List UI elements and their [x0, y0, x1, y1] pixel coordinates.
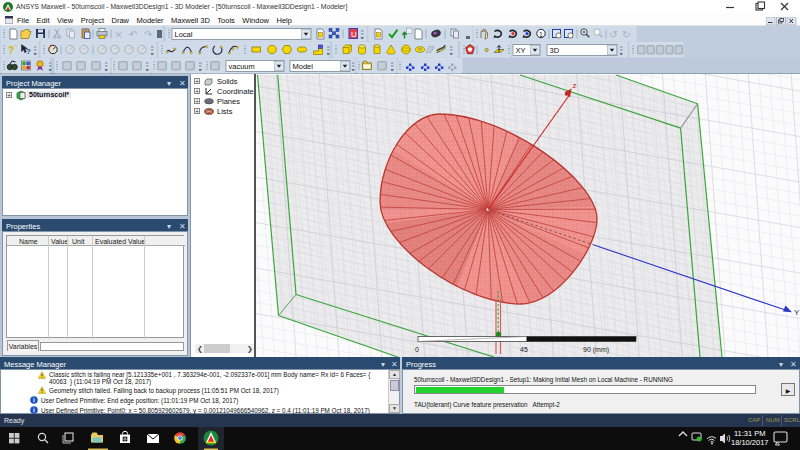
svg-text:z: z — [573, 81, 577, 90]
svg-text:Local: Local — [175, 30, 193, 39]
svg-text:1: 1 — [539, 31, 543, 38]
svg-text:45: 45 — [520, 346, 528, 353]
svg-text:?: ? — [8, 45, 14, 56]
svg-text:Model: Model — [293, 62, 314, 71]
svg-text:U: U — [351, 30, 357, 39]
svg-text:vacuum: vacuum — [229, 62, 255, 71]
svg-text:↶: ↶ — [129, 29, 137, 40]
svg-text:✕: ✕ — [115, 30, 123, 40]
svg-text:0: 0 — [415, 346, 419, 353]
svg-text:XY: XY — [516, 46, 526, 55]
svg-text:3D: 3D — [550, 46, 560, 55]
svg-text:↻: ↻ — [622, 29, 630, 40]
svg-text:Y: Y — [794, 308, 800, 317]
svg-text:90 (mm): 90 (mm) — [583, 346, 609, 354]
svg-text:↷: ↷ — [144, 29, 153, 40]
svg-text:?: ? — [26, 47, 31, 56]
svg-text:↺: ↺ — [609, 29, 617, 40]
